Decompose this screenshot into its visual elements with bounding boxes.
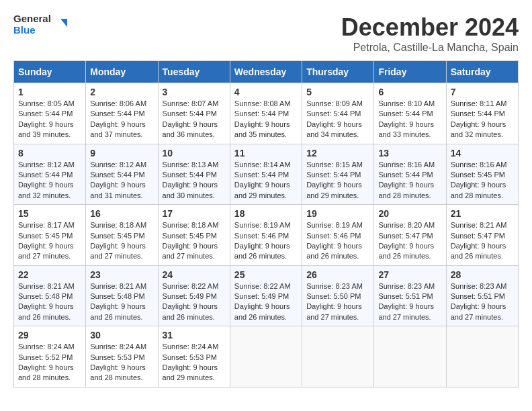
day-detail: Sunrise: 8:21 AM Sunset: 5:48 PM Dayligh… [90,281,153,323]
sunset-text: Sunset: 5:44 PM [378,170,441,180]
sunset-text: Sunset: 5:53 PM [90,353,153,363]
day-detail: Sunrise: 8:16 AM Sunset: 5:45 PM Dayligh… [451,160,514,201]
sunset-text: Sunset: 5:51 PM [378,291,441,302]
sunset-text: Sunset: 5:45 PM [451,170,514,180]
sunset-text: Sunset: 5:45 PM [163,231,226,241]
sunrise-text: Sunrise: 8:05 AM [18,99,81,109]
svg-marker-0 [60,19,67,27]
day-number: 13 [378,148,441,158]
daylight-text: Daylight: 9 hours and 26 minutes. [378,241,441,262]
calendar-cell: 11 Sunrise: 8:14 AM Sunset: 5:44 PM Dayl… [230,144,302,205]
day-detail: Sunrise: 8:17 AM Sunset: 5:45 PM Dayligh… [18,220,81,262]
calendar-cell [374,326,446,387]
calendar-cell: 15 Sunrise: 8:17 AM Sunset: 5:45 PM Dayl… [14,205,86,266]
weekday-header: Wednesday [230,61,302,83]
sunrise-text: Sunrise: 8:14 AM [234,160,298,170]
day-number: 16 [90,208,153,219]
day-detail: Sunrise: 8:21 AM Sunset: 5:47 PM Dayligh… [451,220,514,262]
daylight-text: Daylight: 9 hours and 32 minutes. [451,120,514,140]
sunrise-text: Sunrise: 8:24 AM [163,342,226,352]
day-number: 22 [18,269,81,280]
day-detail: Sunrise: 8:22 AM Sunset: 5:49 PM Dayligh… [163,281,226,323]
calendar-cell: 10 Sunrise: 8:13 AM Sunset: 5:44 PM Dayl… [158,144,230,205]
calendar-week-row: 8 Sunrise: 8:12 AM Sunset: 5:44 PM Dayli… [14,144,519,205]
month-title: December 2024 [341,13,519,42]
day-number: 24 [163,269,226,280]
sunset-text: Sunset: 5:50 PM [306,291,369,302]
daylight-text: Daylight: 9 hours and 26 minutes. [451,241,514,262]
daylight-text: Daylight: 9 hours and 27 minutes. [163,241,226,262]
sunrise-text: Sunrise: 8:15 AM [306,160,369,170]
sunrise-text: Sunrise: 8:23 AM [378,281,441,291]
calendar-cell: 1 Sunrise: 8:05 AM Sunset: 5:44 PM Dayli… [14,83,86,144]
day-detail: Sunrise: 8:23 AM Sunset: 5:50 PM Dayligh… [306,281,369,323]
daylight-text: Daylight: 9 hours and 27 minutes. [378,302,441,322]
day-number: 4 [234,87,298,97]
sunset-text: Sunset: 5:47 PM [451,231,514,241]
daylight-text: Daylight: 9 hours and 26 minutes. [306,241,369,262]
sunset-text: Sunset: 5:47 PM [378,231,441,241]
sunset-text: Sunset: 5:44 PM [18,170,81,180]
sunrise-text: Sunrise: 8:20 AM [378,220,441,230]
sunset-text: Sunset: 5:44 PM [90,109,153,119]
sunrise-text: Sunrise: 8:22 AM [234,281,298,291]
day-detail: Sunrise: 8:23 AM Sunset: 5:51 PM Dayligh… [451,281,514,323]
sunrise-text: Sunrise: 8:17 AM [18,220,81,230]
day-number: 6 [378,87,441,97]
subtitle: Petrola, Castille-La Mancha, Spain [341,42,519,54]
day-detail: Sunrise: 8:12 AM Sunset: 5:44 PM Dayligh… [90,160,153,201]
calendar-cell: 5 Sunrise: 8:09 AM Sunset: 5:44 PM Dayli… [302,83,374,144]
weekday-header: Sunday [14,61,86,83]
calendar-cell: 26 Sunrise: 8:23 AM Sunset: 5:50 PM Dayl… [302,265,374,326]
day-detail: Sunrise: 8:09 AM Sunset: 5:44 PM Dayligh… [306,99,369,140]
day-number: 26 [306,269,369,280]
day-number: 2 [90,87,153,97]
weekday-header: Saturday [446,61,518,83]
calendar-week-row: 15 Sunrise: 8:17 AM Sunset: 5:45 PM Dayl… [14,205,519,266]
daylight-text: Daylight: 9 hours and 28 minutes. [451,180,514,201]
day-detail: Sunrise: 8:19 AM Sunset: 5:46 PM Dayligh… [234,220,298,262]
daylight-text: Daylight: 9 hours and 39 minutes. [18,120,81,140]
day-number: 10 [163,148,226,158]
daylight-text: Daylight: 9 hours and 26 minutes. [18,302,81,322]
sunrise-text: Sunrise: 8:24 AM [90,342,153,352]
day-number: 20 [378,208,441,219]
sunset-text: Sunset: 5:44 PM [451,109,514,119]
day-detail: Sunrise: 8:05 AM Sunset: 5:44 PM Dayligh… [18,99,81,140]
sunrise-text: Sunrise: 8:24 AM [18,342,81,352]
day-detail: Sunrise: 8:15 AM Sunset: 5:44 PM Dayligh… [306,160,369,201]
sunset-text: Sunset: 5:51 PM [451,291,514,302]
day-number: 27 [378,269,441,280]
day-number: 9 [90,148,153,158]
logo: General Blue [13,13,69,36]
day-detail: Sunrise: 8:10 AM Sunset: 5:44 PM Dayligh… [378,99,441,140]
day-number: 7 [451,87,514,97]
calendar-cell [302,326,374,387]
calendar-cell: 29 Sunrise: 8:24 AM Sunset: 5:52 PM Dayl… [14,326,86,387]
day-detail: Sunrise: 8:24 AM Sunset: 5:52 PM Dayligh… [18,342,81,383]
day-detail: Sunrise: 8:16 AM Sunset: 5:44 PM Dayligh… [378,160,441,201]
sunrise-text: Sunrise: 8:12 AM [18,160,81,170]
sunset-text: Sunset: 5:46 PM [234,231,298,241]
day-number: 11 [234,148,298,158]
calendar-cell: 12 Sunrise: 8:15 AM Sunset: 5:44 PM Dayl… [302,144,374,205]
sunset-text: Sunset: 5:44 PM [378,109,441,119]
calendar-cell: 13 Sunrise: 8:16 AM Sunset: 5:44 PM Dayl… [374,144,446,205]
day-detail: Sunrise: 8:14 AM Sunset: 5:44 PM Dayligh… [234,160,298,201]
sunset-text: Sunset: 5:44 PM [234,170,298,180]
title-area: December 2024 Petrola, Castille-La Manch… [341,13,519,54]
day-number: 18 [234,208,298,219]
day-detail: Sunrise: 8:22 AM Sunset: 5:49 PM Dayligh… [234,281,298,323]
day-detail: Sunrise: 8:24 AM Sunset: 5:53 PM Dayligh… [163,342,226,383]
day-detail: Sunrise: 8:11 AM Sunset: 5:44 PM Dayligh… [451,99,514,140]
calendar-cell: 25 Sunrise: 8:22 AM Sunset: 5:49 PM Dayl… [230,265,302,326]
sunrise-text: Sunrise: 8:13 AM [163,160,226,170]
calendar-cell: 16 Sunrise: 8:18 AM Sunset: 5:45 PM Dayl… [86,205,158,266]
header: General Blue December 2024 Petrola, Cast… [13,13,519,54]
day-detail: Sunrise: 8:07 AM Sunset: 5:44 PM Dayligh… [163,99,226,140]
day-number: 21 [451,208,514,219]
sunrise-text: Sunrise: 8:16 AM [451,160,514,170]
calendar-cell: 2 Sunrise: 8:06 AM Sunset: 5:44 PM Dayli… [86,83,158,144]
sunrise-text: Sunrise: 8:21 AM [18,281,81,291]
daylight-text: Daylight: 9 hours and 27 minutes. [18,241,81,262]
